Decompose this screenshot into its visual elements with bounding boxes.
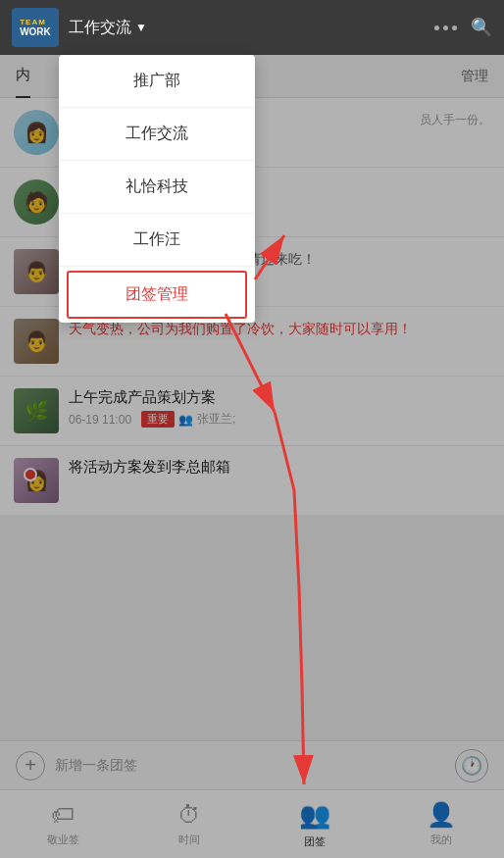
app-header: TEAM WORK 工作交流 ▼ 🔍 [0,0,504,55]
header-title: 工作交流 [69,18,131,38]
dropdown-arrow-icon: ▼ [135,21,147,34]
header-actions: 🔍 [434,17,492,38]
dropdown-item-tuiguangbu[interactable]: 推广部 [59,55,255,108]
search-icon[interactable]: 🔍 [471,17,492,38]
workspace-dropdown: 推广部 工作交流 礼恰科技 工作汪 团签管理 [59,55,255,323]
app-logo: TEAM WORK [12,8,59,47]
header-title-area[interactable]: 工作交流 ▼ [69,18,147,38]
dropdown-item-gongzuowang[interactable]: 工作汪 [59,214,255,267]
more-options-icon[interactable] [434,25,457,30]
dropdown-item-gongzuojiaoliiu[interactable]: 工作交流 [59,108,255,161]
dropdown-item-tuanqian-manage[interactable]: 团签管理 [67,271,247,319]
dropdown-item-liqiakeji[interactable]: 礼恰科技 [59,161,255,214]
